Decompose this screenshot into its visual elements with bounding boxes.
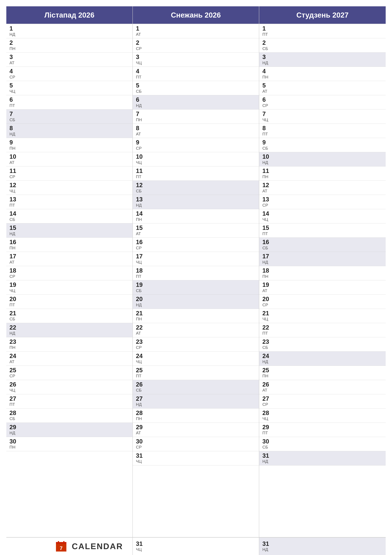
day-name: ПТ [9, 402, 129, 407]
day-row: 20НД [133, 295, 259, 309]
day-name: НД [262, 60, 383, 65]
day-name: ЧЦ [136, 547, 256, 552]
day-row: 11ПТ [133, 167, 259, 181]
day-number: 17 [136, 253, 256, 260]
day-name: ПН [262, 75, 383, 80]
day-row: 9СБ [259, 138, 386, 152]
day-row: 5ЧЦ [6, 81, 132, 95]
day-name: ПТ [262, 132, 383, 137]
day-name: НД [136, 302, 256, 307]
day-row: 13СР [259, 195, 386, 209]
day-number: 16 [9, 239, 129, 246]
day-number: 8 [262, 125, 383, 132]
day-name: СБ [136, 388, 256, 393]
day-number: 8 [9, 125, 129, 132]
day-row: 18СР [6, 266, 132, 280]
day-number: 5 [9, 82, 129, 89]
svg-text:7: 7 [60, 545, 63, 551]
day-number: 4 [136, 68, 256, 75]
day-row: 13ПТ [6, 195, 132, 209]
day-row: 25ПН [259, 366, 386, 380]
day-number: 9 [136, 139, 256, 146]
day-number: 24 [262, 353, 383, 359]
day-row: 1АТ [133, 24, 259, 38]
day-name: ПТ [136, 75, 256, 80]
day-name: СР [262, 203, 383, 208]
month-col-2: Студзень 20271ПТ2СБ3НД4ПН5АТ6СР7ЧЦ8ПТ9СБ… [259, 6, 386, 537]
day-number: 24 [9, 353, 129, 359]
day-number: 2 [136, 40, 256, 46]
day-name: ПН [9, 146, 129, 151]
days-list-0: 1НД2ПН3АТ4СР5ЧЦ6ПТ7СБ8НД9ПН10АТ11СР12ЧЦ1… [6, 24, 132, 537]
day-row: 7ЧЦ [259, 110, 386, 124]
day-row: 3ЧЦ [133, 52, 259, 67]
day-name: СБ [136, 189, 256, 193]
day-row: 5СБ [133, 81, 259, 95]
day-number: 23 [136, 339, 256, 345]
day-row: 12СБ [133, 181, 259, 195]
day-number: 31 [136, 453, 256, 459]
day-row: 17АТ [6, 252, 132, 266]
days-list-1: 1АТ2СР3ЧЦ4ПТ5СБ6НД7ПН8АТ9СР10ЧЦ11ПТ12СБ1… [133, 24, 259, 537]
day-row: 22ПТ [259, 323, 386, 337]
day-number: 25 [9, 367, 129, 374]
day-name: ПН [136, 117, 256, 122]
day-name: ПТ [136, 373, 256, 379]
day-number: 15 [136, 225, 256, 231]
day-number: 20 [262, 296, 383, 302]
day-number: 20 [9, 296, 129, 302]
day-name: АТ [9, 260, 129, 265]
day-row: 24НД [259, 351, 386, 366]
day-row: 15АТ [133, 223, 259, 238]
day-number: 11 [136, 168, 256, 174]
svg-rect-3 [58, 541, 59, 544]
day-number: 22 [136, 324, 256, 331]
day-row: 17ЧЦ [133, 252, 259, 266]
day-name: НД [262, 160, 383, 165]
day-row: 31ЧЦ [133, 451, 259, 466]
day-row: 19СБ [133, 280, 259, 295]
month-col-0: Лістапад 20261НД2ПН3АТ4СР5ЧЦ6ПТ7СБ8НД9ПН… [6, 6, 133, 537]
day-row: 1НД [6, 24, 132, 38]
month-header-1: Снежань 2026 [133, 6, 259, 24]
day-row: 9СР [133, 138, 259, 152]
day-name: СБ [262, 445, 383, 450]
day-number: 3 [262, 54, 383, 60]
calendar-logo-text: CALENDAR [72, 541, 123, 551]
day-number: 3 [9, 54, 129, 60]
day-name: СР [136, 345, 256, 350]
day-row: 10ЧЦ [133, 152, 259, 167]
day-name: ЧЦ [262, 416, 383, 421]
day-row: 8АТ [133, 124, 259, 138]
day-name: ПТ [9, 103, 129, 108]
day-name: ЧЦ [262, 117, 383, 122]
day-name: АТ [136, 132, 256, 137]
day-number: 21 [136, 310, 256, 317]
day-number: 19 [136, 282, 256, 288]
day-number: 22 [9, 324, 129, 331]
day-number: 11 [262, 168, 383, 174]
day-name: ПН [9, 445, 129, 450]
day-number: 29 [262, 424, 383, 431]
calendar-logo: 7 CALENDAR [56, 541, 123, 552]
day-row: 6ПТ [6, 95, 132, 110]
day-number: 21 [9, 310, 129, 317]
day-name: НД [9, 431, 129, 435]
day-number: 6 [9, 96, 129, 103]
day-row: 22НД [6, 323, 132, 337]
day-row: 2СР [133, 38, 259, 52]
day-number: 18 [136, 267, 256, 274]
day-row: 30СР [133, 437, 259, 451]
day-row: 26АТ [259, 380, 386, 394]
day-row: 9ПН [6, 138, 132, 152]
day-row: 4ПТ [133, 67, 259, 81]
day-name: ПН [262, 174, 383, 179]
day-number: 18 [262, 267, 383, 274]
day-name: СБ [262, 246, 383, 250]
day-name: СР [136, 46, 256, 51]
day-number: 30 [9, 438, 129, 445]
day-name: ЧЦ [9, 189, 129, 193]
day-row: 19АТ [259, 280, 386, 295]
day-name: ПН [9, 46, 129, 51]
bottom-cell-0: 7 CALENDAR [6, 537, 133, 555]
